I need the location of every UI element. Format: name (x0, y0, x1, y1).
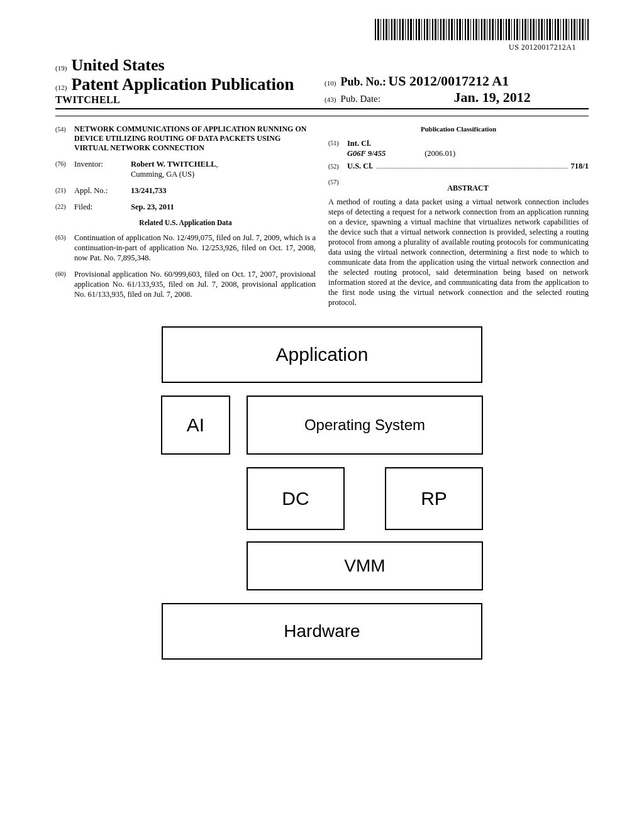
barcode-area: US 20120017212A1 (55, 19, 589, 52)
figure-box-dc: DC (247, 467, 345, 530)
related-app-heading: Related U.S. Application Data (55, 218, 316, 228)
abstract-heading-row: (57) ABSTRACT (328, 177, 589, 197)
inventor-location: Cumming, GA (US) (131, 170, 194, 179)
country-prefix: (19) (55, 64, 67, 72)
invention-title: NETWORK COMMUNICATIONS OF APPLICATION RU… (74, 124, 316, 153)
barcode (375, 19, 589, 40)
uscl-leader-dots (377, 162, 567, 169)
filed-value: Sep. 23, 2011 (131, 202, 316, 212)
publication-prefix: (12) (55, 84, 67, 91)
title-num: (54) (55, 124, 74, 153)
intcl-field: (51) Int. Cl. G06F 9/455 (2006.01) (328, 138, 589, 158)
inventor-label: Inventor: (74, 159, 131, 179)
continuation-text: Continuation of application No. 12/499,0… (74, 233, 316, 263)
applno-value: 13/241,733 (131, 185, 316, 196)
figure-vmm-column: DC RP VMM (247, 467, 483, 590)
applno-num: (21) (55, 185, 74, 196)
provisional-field: (60) Provisional application No. 60/999,… (55, 269, 316, 299)
header: (19) United States (12) Patent Applicati… (55, 56, 589, 109)
inventor-name: Robert W. TWITCHELL (131, 160, 216, 169)
pubno-value: US 2012/0017212 A1 (388, 73, 509, 89)
applno-field: (21) Appl. No.: 13/241,733 (55, 185, 316, 196)
left-column: (54) NETWORK COMMUNICATIONS OF APPLICATI… (55, 116, 316, 307)
inventor-num: (76) (55, 159, 74, 179)
header-left: (19) United States (12) Patent Applicati… (55, 56, 294, 106)
figure-box-application: Application (162, 326, 482, 383)
pubno-prefix: (10) (325, 79, 336, 87)
figure-row-dc-rp-vmm: DC RP VMM (161, 467, 483, 590)
uscl-num: (52) (328, 162, 347, 171)
figure-box-hardware: Hardware (162, 603, 482, 660)
abstract-text: A method of routing a data packet using … (328, 197, 589, 307)
figure-box-ai: AI (161, 396, 230, 455)
figure-row-ai-os: AI Operating System (161, 396, 483, 455)
country: United States (72, 56, 165, 74)
pubdate-prefix: (43) (325, 96, 336, 103)
filed-field: (22) Filed: Sep. 23, 2011 (55, 202, 316, 212)
applicant-family-name: TWITCHELL (55, 94, 294, 106)
bibliographic-data: (54) NETWORK COMMUNICATIONS OF APPLICATI… (55, 116, 589, 307)
inventor-body: Robert W. TWITCHELL, Cumming, GA (US) (131, 159, 316, 179)
intcl-date: (2006.01) (425, 149, 455, 158)
pubdate-value: Jan. 19, 2012 (453, 89, 530, 105)
figure-box-os: Operating System (247, 396, 483, 455)
pub-class-heading: Publication Classification (328, 124, 589, 133)
right-column: Publication Classification (51) Int. Cl.… (328, 116, 589, 307)
figure-box-vmm: VMM (247, 541, 483, 590)
header-right: (10) Pub. No.: US 2012/0017212 A1 (43) P… (325, 73, 589, 106)
intcl-label: Int. Cl. (347, 139, 371, 148)
intcl-code: G06F 9/455 (347, 148, 423, 158)
pubdate-label: Pub. Date: (341, 94, 380, 104)
figure: Application AI Operating System DC RP VM… (55, 326, 589, 660)
continuation-num: (63) (55, 233, 74, 263)
applno-label: Appl. No.: (74, 185, 131, 196)
title-field: (54) NETWORK COMMUNICATIONS OF APPLICATI… (55, 124, 316, 153)
publication-type: Patent Application Publication (72, 75, 294, 94)
barcode-number: US 20120017212A1 (55, 43, 589, 52)
uscl-value: 718/1 (571, 161, 589, 171)
pubno-label: Pub. No.: (341, 75, 387, 88)
continuation-field: (63) Continuation of application No. 12/… (55, 233, 316, 263)
figure-box-rp: RP (385, 467, 483, 530)
figure-row-dc-rp: DC RP (247, 467, 483, 530)
intcl-num: (51) (328, 138, 347, 158)
abstract-heading: ABSTRACT (347, 184, 589, 193)
uscl-field: (52) U.S. Cl. 718/1 (328, 161, 589, 171)
filed-label: Filed: (74, 202, 131, 212)
provisional-text: Provisional application No. 60/999,603, … (74, 269, 316, 299)
abstract-num: (57) (328, 177, 347, 197)
uscl-label: U.S. Cl. (347, 161, 373, 171)
filed-num: (22) (55, 202, 74, 212)
intcl-body: Int. Cl. G06F 9/455 (2006.01) (347, 138, 589, 158)
provisional-num: (60) (55, 269, 74, 299)
inventor-field: (76) Inventor: Robert W. TWITCHELL, Cumm… (55, 159, 316, 179)
